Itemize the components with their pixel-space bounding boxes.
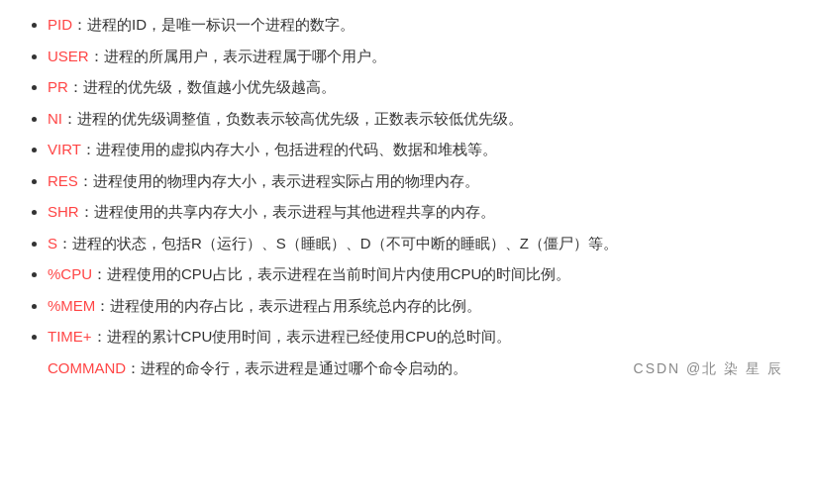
keyword-label: NI — [48, 110, 62, 127]
list-item: PID：进程的ID，是唯一标识一个进程的数字。 — [48, 12, 793, 38]
keyword-label: %CPU — [48, 265, 92, 282]
list-item: PR：进程的优先级，数值越小优先级越高。 — [48, 74, 793, 100]
list-item: USER：进程的所属用户，表示进程属于哪个用户。 — [48, 44, 793, 69]
keyword-label: S — [48, 235, 57, 252]
list-item: TIME+：进程的累计CPU使用时间，表示进程已经使用CPU的总时间。 — [48, 324, 793, 350]
keyword-label: RES — [48, 172, 78, 189]
keyword-label: USER — [48, 48, 89, 64]
list-item: NI：进程的优先级调整值，负数表示较高优先级，正数表示较低优先级。 — [48, 106, 793, 132]
list-item: COMMAND：进程的命令行，表示进程是通过哪个命令启动的。CSDN @北 染 … — [48, 355, 793, 381]
keyword-label: COMMAND — [48, 359, 126, 376]
keyword-label: TIME+ — [48, 328, 92, 345]
list-item: RES：进程使用的物理内存大小，表示进程实际占用的物理内存。 — [48, 168, 793, 194]
keyword-label: %MEM — [48, 297, 95, 314]
list-item: %MEM：进程使用的内存占比，表示进程占用系统总内存的比例。 — [48, 293, 793, 319]
list-item: %CPU：进程使用的CPU占比，表示进程在当前时间片内使用CPU的时间比例。 — [48, 261, 793, 287]
keyword-label: VIRT — [48, 141, 81, 157]
keyword-label: SHR — [48, 203, 79, 220]
keyword-label: PID — [48, 16, 72, 33]
brand-text: CSDN @北 染 星 辰 — [634, 357, 783, 381]
last-item-text: COMMAND：进程的命令行，表示进程是通过哪个命令启动的。 — [48, 355, 634, 381]
keyword-label: PR — [48, 78, 68, 95]
content-list: PID：进程的ID，是唯一标识一个进程的数字。USER：进程的所属用户，表示进程… — [20, 12, 793, 380]
list-item: VIRT：进程使用的虚拟内存大小，包括进程的代码、数据和堆栈等。 — [48, 137, 793, 162]
list-item: SHR：进程使用的共享内存大小，表示进程与其他进程共享的内存。 — [48, 199, 793, 225]
list-item: S：进程的状态，包括R（运行）、S（睡眠）、D（不可中断的睡眠）、Z（僵尸）等。 — [48, 231, 793, 256]
